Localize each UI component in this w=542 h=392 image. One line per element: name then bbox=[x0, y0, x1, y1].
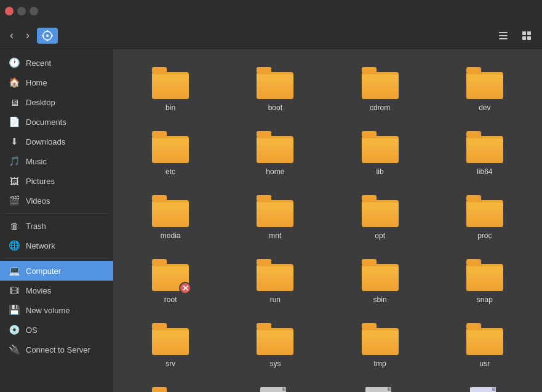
file-label-sys: sys bbox=[269, 359, 281, 368]
file-item-run[interactable]: run bbox=[225, 251, 325, 310]
list-view-button[interactable] bbox=[493, 28, 514, 44]
folder-icon-srv bbox=[151, 321, 190, 357]
svg-rect-7 bbox=[499, 35, 508, 36]
music-icon: 🎵 bbox=[9, 156, 20, 167]
forward-button[interactable]: › bbox=[21, 26, 34, 44]
sidebar-item-recent[interactable]: 🕐 Recent bbox=[0, 53, 113, 73]
imgfile-icon-initrd-img bbox=[255, 385, 295, 392]
file-label-dev: dev bbox=[479, 103, 490, 112]
file-item-cdrom[interactable]: cdrom bbox=[330, 59, 430, 118]
file-label-srv: srv bbox=[165, 359, 175, 368]
file-item-media[interactable]: media bbox=[121, 187, 220, 246]
file-item-lib64[interactable]: lib64 bbox=[435, 123, 535, 182]
sidebar-label-videos: Videos bbox=[26, 196, 50, 206]
folder-icon-bin bbox=[151, 65, 190, 101]
file-item-root[interactable]: ✕ root bbox=[121, 251, 220, 310]
grid-view-button[interactable] bbox=[516, 28, 537, 44]
file-item-var[interactable]: var bbox=[121, 379, 220, 392]
file-label-usr: usr bbox=[480, 359, 490, 368]
sidebar-item-newvolume[interactable]: 💾 New volume bbox=[0, 300, 113, 320]
file-item-initrd-img[interactable]: initrd.img bbox=[225, 379, 325, 392]
sidebar-item-computer[interactable]: 💻 Computer bbox=[0, 261, 113, 281]
folder-icon-tmp bbox=[361, 321, 400, 357]
sidebar-label-os: OS bbox=[26, 326, 38, 335]
sidebar-label-network: Network bbox=[26, 241, 55, 250]
file-item-lib[interactable]: lib bbox=[330, 123, 430, 182]
folder-icon-lib bbox=[361, 129, 400, 165]
vmlinuz-icon-vmlinuz: 101010 010101 110010 001101 ✕ bbox=[465, 385, 504, 392]
folder-icon-media bbox=[151, 193, 190, 229]
close-button[interactable] bbox=[5, 7, 14, 15]
file-item-snap[interactable]: snap bbox=[435, 251, 535, 310]
folder-icon-run bbox=[255, 257, 295, 293]
documents-icon: 📄 bbox=[9, 116, 20, 127]
maximize-button[interactable] bbox=[30, 7, 38, 15]
folder-icon-usr bbox=[465, 321, 504, 357]
file-item-opt[interactable]: opt bbox=[330, 187, 430, 246]
imgfile-refresh-icon-initrd-img-old bbox=[361, 385, 400, 392]
sidebar-label-trash: Trash bbox=[26, 222, 46, 231]
sidebar-item-documents[interactable]: 📄 Documents bbox=[0, 112, 113, 132]
file-label-opt: opt bbox=[375, 231, 385, 240]
file-label-run: run bbox=[270, 295, 281, 304]
sidebar-item-movies[interactable]: 🎞 Movies bbox=[0, 281, 113, 300]
sidebar-item-network[interactable]: 🌐 Network bbox=[0, 236, 113, 255]
file-item-srv[interactable]: srv bbox=[121, 315, 220, 374]
folder-icon-sys bbox=[255, 321, 295, 357]
file-item-boot[interactable]: boot bbox=[225, 59, 325, 118]
file-item-etc[interactable]: etc bbox=[121, 123, 220, 182]
file-item-initrd-img-old[interactable]: initrd.img.old bbox=[330, 379, 430, 392]
file-label-lib: lib bbox=[377, 167, 384, 176]
folder-icon-lib64 bbox=[465, 129, 504, 165]
file-label-cdrom: cdrom bbox=[370, 103, 390, 112]
file-item-tmp[interactable]: tmp bbox=[330, 315, 430, 374]
file-label-boot: boot bbox=[268, 103, 282, 112]
sidebar-label-computer: Computer bbox=[26, 266, 61, 276]
sidebar-label-recent: Recent bbox=[26, 58, 51, 68]
folder-icon-proc bbox=[465, 193, 504, 229]
sidebar-item-music[interactable]: 🎵 Music bbox=[0, 151, 113, 171]
svg-rect-13 bbox=[260, 387, 286, 392]
file-item-proc[interactable]: proc bbox=[435, 187, 535, 246]
file-label-media: media bbox=[161, 231, 181, 240]
file-item-bin[interactable]: bin bbox=[121, 59, 220, 118]
sidebar-label-newvolume: New volume bbox=[26, 306, 70, 315]
file-item-home[interactable]: home bbox=[225, 123, 325, 182]
file-label-snap: snap bbox=[477, 295, 493, 304]
sidebar-item-os[interactable]: 💿 OS bbox=[0, 320, 113, 340]
svg-rect-25 bbox=[470, 387, 496, 392]
main-layout: 🕐 Recent 🏠 Home 🖥 Desktop 📄 Documents ⬇ … bbox=[0, 49, 542, 392]
folder-error-icon-root: ✕ bbox=[151, 257, 190, 293]
file-label-home: home bbox=[266, 167, 284, 176]
folder-icon-mnt bbox=[255, 193, 295, 229]
file-item-vmlinuz[interactable]: 101010 010101 110010 001101 ✕ vmlinuz bbox=[435, 379, 535, 392]
movies-icon: 🎞 bbox=[9, 285, 20, 296]
location-toggle-button[interactable] bbox=[37, 28, 58, 44]
back-button[interactable]: ‹ bbox=[5, 26, 18, 44]
sidebar-separator bbox=[5, 258, 108, 258]
sidebar-item-home[interactable]: 🏠 Home bbox=[0, 73, 113, 92]
sidebar-item-connect[interactable]: 🔌 Connect to Server bbox=[0, 340, 113, 359]
folder-icon-home bbox=[255, 129, 295, 165]
file-label-etc: etc bbox=[165, 167, 175, 176]
svg-rect-12 bbox=[527, 36, 531, 40]
sidebar-item-trash[interactable]: 🗑 Trash bbox=[0, 216, 113, 236]
sidebar-item-pictures[interactable]: 🖼 Pictures bbox=[0, 171, 113, 191]
pictures-icon: 🖼 bbox=[9, 175, 20, 186]
desktop-icon: 🖥 bbox=[9, 97, 20, 108]
titlebar bbox=[0, 0, 542, 22]
file-item-sys[interactable]: sys bbox=[225, 315, 325, 374]
file-item-mnt[interactable]: mnt bbox=[225, 187, 325, 246]
file-label-mnt: mnt bbox=[269, 231, 281, 240]
file-item-usr[interactable]: usr bbox=[435, 315, 535, 374]
sidebar-item-downloads[interactable]: ⬇ Downloads bbox=[0, 132, 113, 151]
svg-rect-10 bbox=[527, 31, 531, 35]
svg-rect-6 bbox=[499, 32, 508, 33]
minimize-button[interactable] bbox=[17, 7, 26, 15]
os-icon: 💿 bbox=[9, 324, 20, 335]
file-item-dev[interactable]: dev bbox=[435, 59, 535, 118]
sidebar-item-desktop[interactable]: 🖥 Desktop bbox=[0, 92, 113, 112]
sidebar-item-videos[interactable]: 🎬 Videos bbox=[0, 191, 113, 210]
file-item-sbin[interactable]: sbin bbox=[330, 251, 430, 310]
connect-icon: 🔌 bbox=[9, 344, 20, 355]
